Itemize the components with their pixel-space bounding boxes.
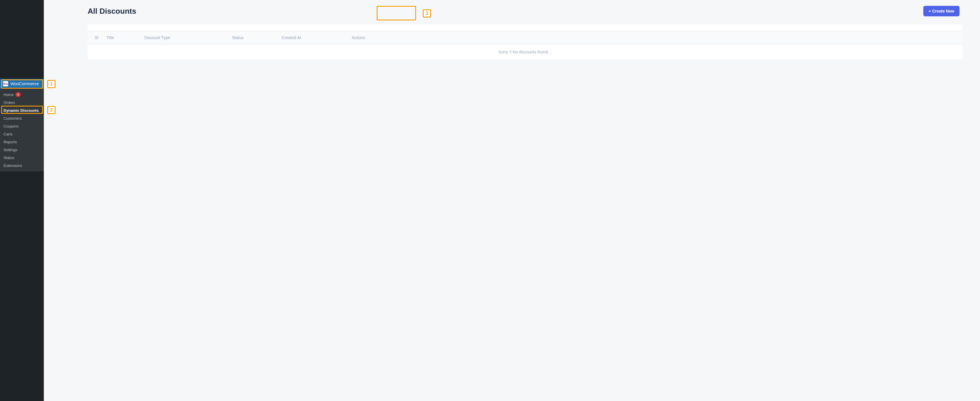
sidebar-item-home[interactable]: Home 4: [0, 90, 44, 99]
sidebar-item-label: Home: [3, 92, 14, 97]
discounts-table: Sl Title Discount Type Status Created At…: [88, 24, 963, 60]
main-content: All Discounts + Create New Sl Title Disc…: [44, 0, 980, 401]
page-title: All Discounts: [88, 7, 136, 16]
sidebar-item-dynamic-discounts[interactable]: Dynamic Discounts: [0, 106, 44, 114]
sidebar-item-settings[interactable]: Settings: [0, 146, 44, 154]
column-title: Title: [107, 35, 144, 40]
sidebar-item-label: Dynamic Discounts: [3, 108, 39, 113]
sidebar-item-label: Status: [3, 155, 14, 160]
sidebar-item-label: Customers: [3, 116, 22, 120]
sidebar-item-label: Reports: [3, 140, 17, 144]
sidebar-item-coupons[interactable]: Coupons: [0, 122, 44, 130]
sidebar-item-label: Orders: [3, 100, 15, 105]
sidebar-woo-label: WooCommerce: [11, 81, 39, 86]
page-header: All Discounts + Create New: [59, 6, 963, 16]
empty-state-message: Sorry !! No discounts found…: [88, 44, 963, 60]
sidebar-item-orders[interactable]: Orders: [0, 99, 44, 106]
sidebar-item-extensions[interactable]: Extensions: [0, 162, 44, 170]
column-sl: Sl: [95, 35, 107, 40]
create-new-button[interactable]: + Create New: [923, 6, 959, 16]
sidebar-item-label: Carts: [3, 132, 13, 136]
column-created-at: Created At: [282, 35, 352, 40]
woo-icon: Woo: [3, 81, 8, 86]
table-top-strip: [88, 24, 963, 31]
sidebar-item-label: Extensions: [3, 163, 22, 168]
sidebar: Woo WooCommerce Home 4 Orders Dynamic Di…: [0, 0, 44, 401]
sidebar-item-label: Coupons: [3, 124, 19, 128]
table-header: Sl Title Discount Type Status Created At…: [88, 31, 963, 44]
sidebar-item-label: Settings: [3, 148, 17, 152]
sidebar-item-carts[interactable]: Carts: [0, 130, 44, 138]
sidebar-item-status[interactable]: Status: [0, 154, 44, 162]
column-discount-type: Discount Type: [144, 35, 232, 40]
notification-badge: 4: [16, 92, 21, 97]
sidebar-woocommerce-header[interactable]: Woo WooCommerce: [0, 79, 44, 89]
column-actions: Actions: [352, 35, 955, 40]
sidebar-submenu: Home 4 Orders Dynamic Discounts Customer…: [0, 89, 44, 171]
sidebar-item-customers[interactable]: Customers: [0, 114, 44, 122]
sidebar-item-reports[interactable]: Reports: [0, 138, 44, 146]
column-status: Status: [232, 35, 282, 40]
